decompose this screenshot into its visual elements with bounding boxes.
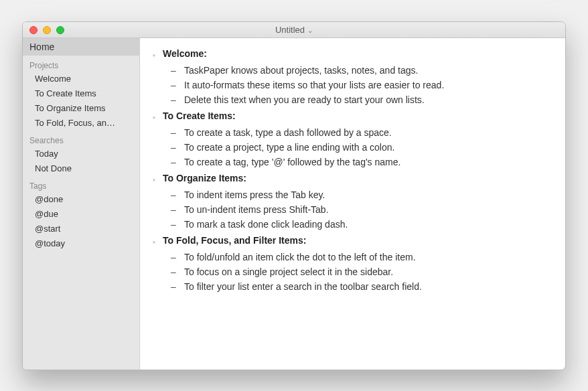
task-dash-icon[interactable]: – [171, 279, 179, 294]
project-heading-row[interactable]: ● To Fold, Focus, and Filter Items: [145, 233, 552, 250]
project-heading: Welcome: [163, 46, 207, 61]
project-heading-row[interactable]: ● To Organize Items: [145, 171, 552, 187]
close-window-icon[interactable] [29, 26, 38, 34]
task-dash-icon[interactable]: – [171, 92, 179, 107]
sidebar-item-organize-items[interactable]: To Organize Items [23, 101, 139, 116]
sidebar-section-searches: Searches [23, 131, 139, 147]
task-text: To indent items press the Tab key. [184, 187, 325, 202]
task-text: To focus on a single project select it i… [184, 264, 393, 279]
task-row[interactable]: –To filter your list enter a search in t… [145, 279, 552, 294]
sidebar-item-not-done[interactable]: Not Done [23, 161, 139, 176]
task-dash-icon[interactable]: – [171, 217, 179, 232]
sidebar-section-projects: Projects [23, 56, 139, 72]
task-dash-icon[interactable]: – [171, 63, 179, 78]
task-dash-icon[interactable]: – [171, 264, 179, 279]
task-dash-icon[interactable]: – [171, 187, 179, 202]
sidebar-item-tag-today[interactable]: @today [23, 236, 139, 251]
task-text: TaskPaper knows about projects, tasks, n… [184, 63, 418, 78]
task-text: To un-indent items press Shift-Tab. [184, 202, 329, 217]
window-body: Home Projects Welcome To Create Items To… [23, 38, 565, 370]
task-dash-icon[interactable]: – [171, 155, 179, 169]
task-text: To create a tag, type '@' followed by th… [184, 155, 400, 169]
task-row[interactable]: –To create a task, type a dash followed … [145, 125, 552, 140]
project-heading-row[interactable]: ● To Create Items: [145, 108, 552, 125]
project-heading-row[interactable]: ● Welcome: [145, 46, 552, 63]
task-dash-icon[interactable]: – [171, 78, 179, 92]
project-heading: To Organize Items: [163, 171, 246, 185]
project-heading: To Create Items: [163, 108, 236, 123]
sidebar-item-welcome[interactable]: Welcome [23, 72, 139, 86]
task-dash-icon[interactable]: – [171, 125, 179, 140]
minimize-window-icon[interactable] [43, 26, 51, 34]
traffic-lights [29, 26, 64, 34]
app-window: Untitled ⌄ Home Projects Welcome To Crea… [22, 21, 566, 370]
fold-dot-icon[interactable]: ● [151, 173, 157, 187]
project-welcome: ● Welcome: –TaskPaper knows about projec… [145, 46, 552, 107]
task-text: To create a task, type a dash followed b… [184, 125, 392, 140]
project-organize-items: ● To Organize Items: –To indent items pr… [145, 171, 552, 232]
sidebar: Home Projects Welcome To Create Items To… [23, 38, 140, 370]
chevron-down-icon: ⌄ [307, 27, 313, 34]
sidebar-item-today[interactable]: Today [23, 147, 139, 161]
task-text: To mark a task done click leading dash. [184, 217, 348, 232]
sidebar-section-tags: Tags [23, 176, 139, 192]
task-dash-icon[interactable]: – [171, 140, 179, 155]
task-dash-icon[interactable]: – [171, 202, 179, 217]
task-text: Delete this text when you are ready to s… [184, 92, 425, 107]
sidebar-item-tag-done[interactable]: @done [23, 192, 139, 207]
fold-dot-icon[interactable]: ● [151, 48, 157, 63]
task-text: To fold/unfold an item click the dot to … [184, 250, 416, 264]
project-heading: To Fold, Focus, and Filter Items: [163, 233, 306, 248]
task-row[interactable]: –Delete this text when you are ready to … [145, 92, 552, 107]
sidebar-item-tag-due[interactable]: @due [23, 207, 139, 222]
task-row[interactable]: –To mark a task done click leading dash. [145, 217, 552, 232]
task-text: To filter your list enter a search in th… [184, 279, 422, 294]
project-fold-focus-filter: ● To Fold, Focus, and Filter Items: –To … [145, 233, 552, 294]
sidebar-item-fold-focus[interactable]: To Fold, Focus, an… [23, 116, 139, 131]
task-row[interactable]: –To create a project, type a line ending… [145, 140, 552, 155]
task-row[interactable]: –TaskPaper knows about projects, tasks, … [145, 63, 552, 78]
titlebar: Untitled ⌄ [23, 22, 565, 38]
task-row[interactable]: –To un-indent items press Shift-Tab. [145, 202, 552, 217]
editor[interactable]: ● Welcome: –TaskPaper knows about projec… [140, 38, 565, 370]
window-title-text: Untitled [275, 25, 305, 35]
task-row[interactable]: –To create a tag, type '@' followed by t… [145, 155, 552, 169]
fold-dot-icon[interactable]: ● [151, 235, 157, 250]
fold-dot-icon[interactable]: ● [151, 110, 157, 125]
task-text: To create a project, type a line ending … [184, 140, 394, 155]
task-text: It auto-formats these items so that your… [184, 78, 444, 92]
sidebar-item-create-items[interactable]: To Create Items [23, 86, 139, 101]
project-create-items: ● To Create Items: –To create a task, ty… [145, 108, 552, 169]
task-dash-icon[interactable]: – [171, 250, 179, 264]
task-row[interactable]: –To focus on a single project select it … [145, 264, 552, 279]
task-row[interactable]: –To fold/unfold an item click the dot to… [145, 250, 552, 264]
window-title-dropdown[interactable]: Untitled ⌄ [275, 25, 313, 35]
sidebar-item-tag-start[interactable]: @start [23, 222, 139, 236]
zoom-window-icon[interactable] [56, 26, 64, 34]
task-row[interactable]: –It auto-formats these items so that you… [145, 78, 552, 92]
task-row[interactable]: –To indent items press the Tab key. [145, 187, 552, 202]
sidebar-home[interactable]: Home [23, 38, 139, 56]
